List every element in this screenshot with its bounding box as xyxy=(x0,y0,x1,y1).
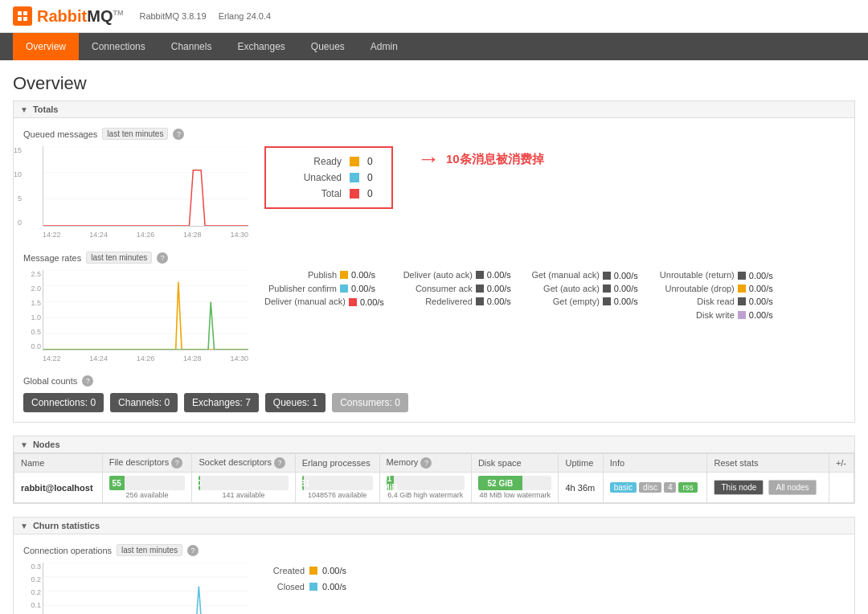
rate-deliver-auto-row: Deliver (auto ack) 0.00/s xyxy=(400,270,511,280)
page-title: Overview xyxy=(13,73,855,94)
rate-get-manual-label: Get (manual ack) xyxy=(527,270,600,280)
churn-help-icon[interactable]: ? xyxy=(187,545,199,556)
rate-publish-row: Publish 0.00/s xyxy=(264,270,384,280)
col-plusminus[interactable]: +/- xyxy=(829,454,854,473)
rate-deliver-auto-color xyxy=(476,271,484,279)
churn-closed-value: 0.00/s xyxy=(322,582,346,591)
exchanges-badge[interactable]: Exchanges: 7 xyxy=(184,393,259,412)
rate-publisher-confirm-color xyxy=(340,284,348,293)
churn-chart-area: 0.30.20.20.10.10.0 xyxy=(23,563,845,614)
rate-unroutable-drop-value: 0.00/s xyxy=(749,284,773,293)
rate-get-auto-value: 0.00/s xyxy=(614,284,638,293)
rate-publish-value: 0.00/s xyxy=(351,270,375,280)
rate-redelivered-label: Redelivered xyxy=(400,297,473,306)
tag-4[interactable]: 4 xyxy=(664,482,677,493)
annotation-arrow-icon: → xyxy=(417,146,440,172)
queued-time-badge[interactable]: last ten minutes xyxy=(102,128,168,140)
nav-connections[interactable]: Connections xyxy=(79,33,158,60)
rates-chart-box: 2.52.01.51.00.50.0 xyxy=(23,270,248,362)
rate-get-empty-row: Get (empty) 0.00/s xyxy=(527,297,638,306)
rate-disk-write-label: Disk write xyxy=(654,310,735,320)
node-file-desc: 55 256 available xyxy=(102,473,192,503)
totals-header[interactable]: ▼ Totals xyxy=(13,100,855,118)
col-erlang-proc: Erlang processes xyxy=(295,454,379,473)
queued-chart-area: 151050 14:2 xyxy=(23,146,845,239)
nav-overview[interactable]: Overview xyxy=(13,33,79,60)
connections-badge[interactable]: Connections: 0 xyxy=(23,393,104,412)
rate-get-auto-row: Get (auto ack) 0.00/s xyxy=(527,284,638,293)
legend-total: Total 0 xyxy=(277,188,380,199)
main-content: Overview ▼ Totals Queued messages last t… xyxy=(0,60,868,614)
rate-get-empty-color xyxy=(603,297,611,305)
col-disk: Disk space xyxy=(471,454,559,473)
queued-label: Queued messages last ten minutes ? xyxy=(23,128,845,140)
totals-title: Totals xyxy=(33,104,59,114)
tag-disc[interactable]: disc xyxy=(639,482,661,493)
col-reset: Reset stats xyxy=(707,454,829,473)
legend-ready: Ready 0 xyxy=(277,156,380,167)
rate-unroutable-return-row: Unroutable (return) 0.00/s xyxy=(654,270,773,280)
rate-consumer-ack-value: 0.00/s xyxy=(487,284,511,293)
churn-y-labels: 0.30.20.20.10.10.0 xyxy=(23,563,43,614)
all-nodes-button[interactable]: All nodes xyxy=(768,480,816,495)
rate-publish-color xyxy=(340,271,348,279)
rate-disk-write-row: Disk write 0.00/s xyxy=(654,310,773,320)
nav-queues[interactable]: Queues xyxy=(298,33,358,60)
rate-disk-read-value: 0.00/s xyxy=(749,297,773,306)
nav-admin[interactable]: Admin xyxy=(358,33,411,60)
tag-basic[interactable]: basic xyxy=(610,482,637,493)
main-nav: Overview Connections Channels Exchanges … xyxy=(0,33,868,60)
col-file-desc: File descriptors ? xyxy=(102,454,192,473)
rate-disk-write-color xyxy=(738,311,746,319)
rates-time-badge[interactable]: last ten minutes xyxy=(86,252,152,264)
nodes-section: ▼ Nodes Name File descriptors ? Socket d… xyxy=(13,436,855,504)
consumers-badge[interactable]: Consumers: 0 xyxy=(332,393,408,412)
nav-channels[interactable]: Channels xyxy=(158,33,225,60)
socket-desc-bar: 0 xyxy=(199,476,199,490)
unacked-value: 0 xyxy=(367,172,380,183)
rate-deliver-auto-value: 0.00/s xyxy=(487,270,511,280)
channels-badge[interactable]: Channels: 0 xyxy=(110,393,178,412)
rate-consumer-ack-color xyxy=(476,284,484,293)
legend-unacked: Unacked 0 xyxy=(277,172,380,183)
rate-get-auto-color xyxy=(603,284,611,293)
unacked-label: Unacked xyxy=(277,172,342,183)
churn-created-row: Created 0.00/s xyxy=(264,566,346,575)
churn-created-label: Created xyxy=(264,566,305,575)
churn-time-badge[interactable]: last ten minutes xyxy=(117,544,182,556)
rate-disk-read-color xyxy=(738,297,746,305)
global-counts-help-icon[interactable]: ? xyxy=(82,375,93,387)
socket-desc-sub: 141 available xyxy=(199,491,288,499)
total-color xyxy=(350,189,359,199)
rate-disk-write-value: 0.00/s xyxy=(749,310,773,320)
rate-redelivered-value: 0.00/s xyxy=(487,297,511,306)
rate-get-empty-value: 0.00/s xyxy=(614,297,638,306)
rate-consumer-ack-label: Consumer ack xyxy=(400,284,473,293)
node-erlang-proc: 431 1048576 available xyxy=(295,473,379,503)
nav-exchanges[interactable]: Exchanges xyxy=(224,33,297,60)
tag-rss[interactable]: rss xyxy=(678,482,697,493)
rates-chart-svg xyxy=(43,270,248,350)
rates-legend-grid: Publish 0.00/s Deliver (auto ack) 0.00/s… xyxy=(264,270,773,320)
churn-closed-row: Closed 0.00/s xyxy=(264,582,346,591)
queued-y-labels: 151050 xyxy=(7,146,22,227)
rates-help-icon[interactable]: ? xyxy=(157,252,168,264)
annotation: → 10条消息被消费掉 xyxy=(417,146,544,172)
svg-rect-2 xyxy=(18,17,22,21)
nodes-table: Name File descriptors ? Socket descripto… xyxy=(14,453,854,503)
queued-help-icon[interactable]: ? xyxy=(173,129,184,140)
rate-get-manual-value: 0.00/s xyxy=(614,271,638,280)
totals-section: ▼ Totals Queued messages last ten minute… xyxy=(13,100,855,423)
col-socket-desc: Socket descriptors ? xyxy=(192,454,295,473)
col-uptime: Uptime xyxy=(559,454,603,473)
col-name: Name xyxy=(14,454,103,473)
churn-header[interactable]: ▼ Churn statistics xyxy=(13,517,855,534)
queues-badge[interactable]: Queues: 1 xyxy=(265,393,326,412)
nodes-header[interactable]: ▼ Nodes xyxy=(13,436,855,453)
info-tags: basic disc 4 rss xyxy=(610,482,701,493)
disk-bar: 52 GiB xyxy=(478,476,522,490)
queued-x-labels: 14:2214:2414:2614:2814:30 xyxy=(43,231,248,239)
this-node-button[interactable]: This node xyxy=(714,480,764,495)
churn-chart-box: 0.30.20.20.10.10.0 xyxy=(23,563,248,614)
node-name: rabbit@localhost xyxy=(21,483,93,493)
